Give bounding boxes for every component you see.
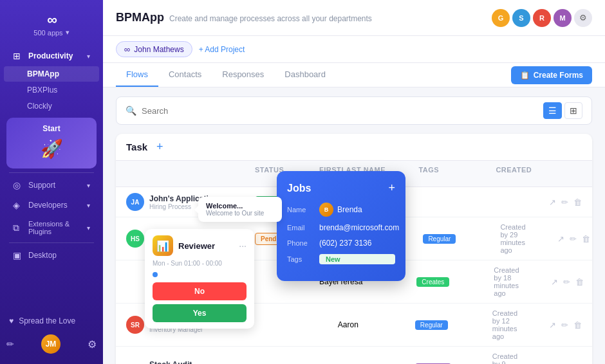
task-avatar: HS	[126, 230, 144, 248]
sidebar: ∞ 500 apps ▾ ⊞ Productivity ▾ BPMApp PBX…	[0, 0, 103, 364]
sidebar-nav: ⊞ Productivity ▾ BPMApp PBXPlus Clockly …	[0, 43, 103, 307]
project-logo-icon: ∞	[124, 44, 130, 54]
header-avatars: G S R M ⚙	[492, 9, 592, 27]
sidebar-item-pbxplus[interactable]: PBXPlus	[4, 82, 99, 98]
rocket-icon: 🚀	[41, 138, 63, 159]
header-gear-icon[interactable]: ⚙	[574, 9, 592, 27]
share-icon[interactable]: ↗	[557, 234, 564, 244]
create-forms-button[interactable]: 📋 Create Forms	[511, 66, 592, 84]
edit-icon[interactable]: ✏	[561, 197, 568, 207]
search-bar: 🔍 ☰ ⊞	[116, 96, 592, 125]
tag-cell: Regular	[423, 234, 500, 244]
sidebar-bottom: ♥ Spread the Love ✏ JM ⚙	[0, 307, 103, 364]
sidebar-bottom-actions: ✏ JM ⚙	[6, 332, 97, 356]
jobs-popup-title: Jobs	[287, 183, 311, 194]
sidebar-item-developers[interactable]: ◈ Developers ▾	[4, 196, 99, 215]
list-view-button[interactable]: ☰	[543, 102, 562, 119]
task-sub: Inventory Manager	[149, 326, 203, 333]
task-info: John's Application Hiring Process	[149, 194, 218, 210]
delete-icon[interactable]: 🗑	[573, 197, 582, 207]
col-tags: TAGS	[418, 166, 496, 181]
avatar-g[interactable]: G	[492, 9, 510, 27]
sidebar-item-desktop[interactable]: ▣ Desktop	[4, 246, 99, 265]
settings-gear-icon[interactable]: ⚙	[88, 338, 97, 350]
support-icon: ◎	[13, 180, 23, 190]
popup-email-label: Email	[287, 224, 319, 232]
jobs-popup: Jobs + Name B Brenda Email brenda@micros…	[277, 171, 405, 281]
search-icon: 🔍	[126, 105, 136, 116]
row-actions: ↗ ✏ 🗑	[526, 234, 590, 244]
share-icon[interactable]: ↗	[549, 197, 556, 207]
jobs-popup-header: Jobs +	[287, 181, 395, 195]
delete-icon[interactable]: 🗑	[582, 234, 590, 244]
project-button[interactable]: ∞ John Mathews	[116, 41, 192, 57]
view-toggle: ☰ ⊞	[543, 102, 582, 119]
share-icon[interactable]: ↗	[551, 277, 558, 287]
edit-icon[interactable]: ✏	[570, 234, 577, 244]
col-task	[126, 166, 255, 181]
sidebar-item-bpmapp[interactable]: BPMApp	[4, 66, 99, 82]
spread-love-item[interactable]: ♥ Spread the Love	[6, 313, 97, 329]
popup-phone-value: (602) 237 3136	[319, 239, 395, 248]
table-row: Stock Audit Inventory Mana... Brenda Pre…	[116, 347, 592, 364]
grid-view-button[interactable]: ⊞	[564, 102, 582, 119]
created-cell: Created by 18 minutes ago	[494, 266, 519, 297]
tag-cell: Creates	[416, 277, 494, 287]
popup-tag-value: New	[319, 254, 395, 264]
desktop-icon: ▣	[13, 250, 23, 260]
task-table-header: Task +	[116, 134, 592, 161]
app-title: BPMApp Create and manage processes acros…	[116, 11, 372, 24]
tabs: Flows Contacts Responses Dashboard	[116, 63, 336, 87]
avatar-s[interactable]: S	[512, 9, 530, 27]
extensions-label: Extensions & Plugins	[28, 220, 82, 235]
popup-phone-row: Phone (602) 237 3136	[287, 239, 395, 248]
task-name-cell: Stock Audit Inventory Mana...	[126, 360, 255, 365]
created-cell: Created by 12 minutes ago	[492, 309, 517, 340]
edit-icon[interactable]: ✏	[563, 277, 570, 287]
sidebar-item-clockly[interactable]: Clockly	[4, 98, 99, 114]
jobs-add-button[interactable]: +	[388, 181, 395, 195]
task-main-name: Stock Receipt	[149, 317, 203, 326]
pencil-icon[interactable]: ✏	[6, 339, 14, 349]
user-avatar[interactable]: JM	[41, 334, 60, 354]
tab-dashboard[interactable]: Dashboard	[274, 63, 336, 87]
desktop-label: Desktop	[28, 251, 57, 260]
add-project-button[interactable]: + Add Project	[199, 45, 245, 54]
main-content: BPMApp Create and manage processes acros…	[103, 0, 605, 364]
popup-email-value: brenda@microsoft.com	[319, 223, 399, 232]
share-icon[interactable]: ↗	[549, 320, 556, 330]
task-sub: Purchases	[149, 240, 202, 247]
task-info: Stock Receipt Inventory Manager	[149, 317, 203, 333]
popup-tags-label: Tags	[287, 255, 319, 263]
delete-icon[interactable]: 🗑	[575, 277, 584, 287]
popup-name-value: Brenda	[337, 205, 362, 214]
col-actions	[532, 166, 592, 181]
project-bar: ∞ John Mathews + Add Project	[103, 36, 605, 63]
table-row: SR Stock Receipt Inventory Manager Aaron…	[116, 304, 592, 347]
sidebar-item-extensions[interactable]: ⧉ Extensions & Plugins ▾	[4, 215, 99, 240]
edit-icon[interactable]: ✏	[561, 320, 568, 330]
tab-flows[interactable]: Flows	[116, 63, 158, 87]
top-header: BPMApp Create and manage processes acros…	[103, 0, 605, 36]
search-input[interactable]	[142, 106, 538, 116]
avatar-r[interactable]: R	[533, 9, 551, 27]
popup-tags-row: Tags New	[287, 254, 395, 264]
task-add-button[interactable]: +	[156, 140, 163, 154]
popup-name-label: Name	[287, 206, 319, 214]
row-actions: ↗ ✏ 🗑	[517, 197, 582, 207]
tab-contacts[interactable]: Contacts	[158, 63, 212, 87]
task-name-cell: HS Hansdet Sales Purchases	[126, 230, 255, 248]
divider-1	[9, 172, 94, 173]
task-sub: Hiring Process	[149, 203, 218, 210]
tab-responses[interactable]: Responses	[212, 63, 274, 87]
apps-count[interactable]: 500 apps ▾	[33, 28, 69, 37]
col-created: CREATED	[496, 166, 532, 181]
avatar-m[interactable]: M	[554, 9, 572, 27]
project-name: John Mathews	[134, 45, 183, 54]
chevron-support-icon: ▾	[87, 182, 90, 189]
created-cell: Created by 29 minutes ago	[500, 223, 525, 254]
popup-user-avatar: B	[319, 203, 333, 217]
delete-icon[interactable]: 🗑	[573, 320, 582, 330]
sidebar-item-support[interactable]: ◎ Support ▾	[4, 176, 99, 195]
sidebar-item-productivity[interactable]: ⊞ Productivity ▾	[4, 46, 99, 66]
